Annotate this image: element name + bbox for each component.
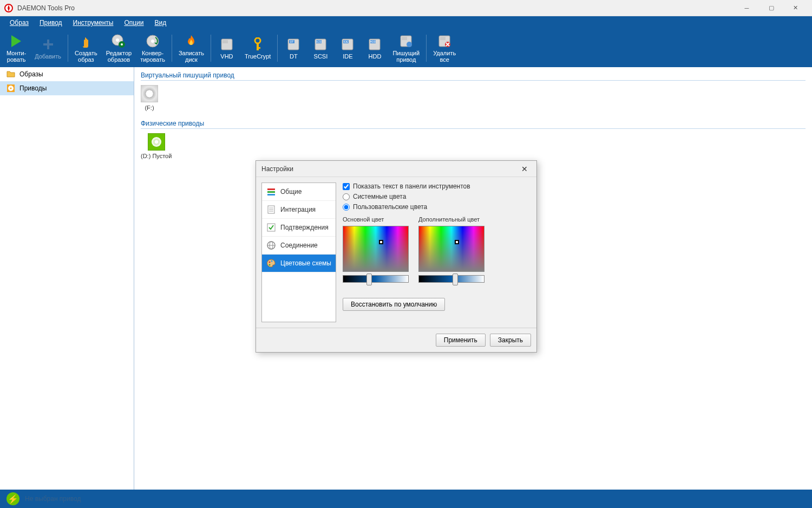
- toolbar-hdd-dt-button[interactable]: DTDT: [280, 30, 307, 66]
- svg-rect-28: [440, 37, 446, 40]
- toolbar-label: Добавить: [35, 53, 61, 60]
- toolbar-disc-loop-button[interactable]: Конвер- тировать: [136, 30, 169, 66]
- toolbar-hdd-scsi-button[interactable]: SCSISCSI: [307, 30, 334, 66]
- menu-image[interactable]: Образ: [4, 17, 34, 29]
- toolbar-hdd-write-button[interactable]: Пишущий привод: [388, 30, 424, 66]
- maximize-button[interactable]: ▢: [759, 0, 783, 16]
- svg-rect-11: [257, 47, 260, 49]
- dialog-nav-sliders[interactable]: Общие: [262, 183, 336, 201]
- physical-drive-d[interactable]: (D:) Пустой: [141, 133, 172, 159]
- secondary-lightness-slider[interactable]: [418, 275, 484, 283]
- drive-label: (F:): [145, 105, 154, 111]
- primary-lightness-slider[interactable]: [343, 275, 409, 283]
- svg-point-32: [10, 88, 12, 89]
- disc-icon: [141, 85, 158, 102]
- toolbar-separator: [426, 35, 427, 62]
- toolbar-label: Создать образ: [75, 50, 97, 63]
- titlebar: DAEMON Tools Pro ─ ▢ ✕: [0, 0, 812, 16]
- disc-loop-icon: [145, 34, 160, 49]
- plus-icon: [41, 37, 56, 52]
- radio-input[interactable]: [343, 204, 350, 211]
- svg-rect-33: [267, 188, 275, 190]
- toolbar-hdd-ide-button[interactable]: IDEIDE: [334, 30, 361, 66]
- slider-thumb[interactable]: [453, 273, 458, 285]
- virtual-drive-f[interactable]: (F:): [141, 85, 158, 111]
- settings-dialog: Настройки ✕ ОбщиеИнтеграцияПодтверждения…: [256, 160, 537, 353]
- bolt-icon: ⚡: [6, 492, 19, 505]
- toolbar-text-checkbox[interactable]: Показать текст в панели инструментов: [343, 183, 531, 190]
- toolbar-hdd-button[interactable]: VHD: [213, 30, 240, 66]
- toolbar-separator: [68, 35, 68, 62]
- svg-point-45: [271, 260, 273, 262]
- primary-color-picker[interactable]: [343, 226, 409, 272]
- toolbar-disc-gear-button[interactable]: Редактор образов: [102, 30, 136, 66]
- dialog-content: Показать текст в панели инструментов Сис…: [343, 183, 531, 322]
- dialog-nav-palette[interactable]: Цветовые схемы: [262, 255, 336, 272]
- picker-marker[interactable]: [455, 240, 459, 244]
- toolbar-label: HDD: [369, 53, 382, 60]
- svg-point-44: [269, 262, 271, 263]
- menu-drive[interactable]: Привод: [34, 17, 68, 29]
- toolbar-key-button[interactable]: TrueCrypt: [240, 30, 276, 66]
- key-icon: [250, 37, 265, 52]
- dialog-nav-check[interactable]: Подтверждения: [262, 219, 336, 237]
- toolbar-label: VHD: [220, 53, 233, 60]
- toolbar-play-button[interactable]: Монти- ровать: [2, 30, 30, 66]
- toolbar: Монти- роватьДобавитьСоздать образРедакт…: [0, 29, 812, 67]
- menu-tools[interactable]: Инструменты: [68, 17, 119, 29]
- sidebar-label: Приводы: [19, 84, 47, 92]
- close-button[interactable]: Закрыть: [490, 334, 531, 347]
- dialog-title: Настройки: [261, 165, 518, 173]
- disc-gear-icon: [111, 34, 126, 49]
- minimize-button[interactable]: ─: [735, 0, 759, 16]
- toolbar-hand-button[interactable]: Создать образ: [70, 30, 102, 66]
- primary-color-label: Основной цвет: [343, 216, 409, 223]
- svg-point-46: [269, 264, 271, 266]
- sidebar: ОбразыПриводы: [0, 67, 134, 490]
- toolbar-separator: [277, 35, 278, 62]
- window-title: DAEMON Tools Pro: [17, 4, 735, 12]
- hdd-del-icon: [437, 34, 452, 49]
- disc-icon: [148, 133, 165, 151]
- palette-icon: [266, 258, 276, 268]
- toolbar-label: Удалить все: [433, 50, 456, 63]
- picker-marker[interactable]: [379, 240, 383, 244]
- toolbar-separator: [172, 35, 172, 62]
- svg-point-26: [407, 42, 412, 47]
- toolbar-label: SCSI: [314, 53, 328, 60]
- close-button[interactable]: ✕: [783, 0, 808, 16]
- apply-button[interactable]: Применить: [436, 334, 486, 347]
- slider-thumb[interactable]: [366, 273, 372, 285]
- svg-point-6: [151, 40, 154, 43]
- checkbox-input[interactable]: [343, 183, 350, 190]
- menu-view[interactable]: Вид: [149, 17, 172, 29]
- toolbar-separator: [211, 35, 211, 62]
- secondary-color-picker[interactable]: [418, 226, 484, 272]
- menu-options[interactable]: Опции: [119, 17, 149, 29]
- section-virtual-header: Виртуальный пишущий привод: [141, 71, 806, 81]
- hdd-icon: [219, 37, 234, 52]
- dialog-nav: ОбщиеИнтеграцияПодтвержденияСоединениеЦв…: [261, 183, 336, 322]
- toolbar-label: Пишущий привод: [392, 50, 420, 63]
- toolbar-hdd-hdd-button[interactable]: HDDHDD: [361, 30, 388, 66]
- system-colors-radio[interactable]: Системные цвета: [343, 193, 531, 200]
- folder-icon: [6, 70, 15, 79]
- radio-input[interactable]: [343, 193, 350, 200]
- dialog-nav-doc[interactable]: Интеграция: [262, 201, 336, 219]
- dialog-nav-label: Общие: [280, 188, 302, 196]
- dialog-nav-label: Цветовые схемы: [280, 259, 331, 267]
- dialog-nav-label: Подтверждения: [280, 224, 329, 231]
- svg-text:SCSI: SCSI: [316, 40, 323, 43]
- custom-colors-radio[interactable]: Пользовательские цвета: [343, 203, 531, 211]
- toolbar-flame-button[interactable]: Записать диск: [174, 30, 208, 66]
- flame-icon: [184, 34, 199, 49]
- dialog-close-button[interactable]: ✕: [518, 165, 531, 173]
- sidebar-item-disc[interactable]: Приводы: [0, 81, 134, 95]
- restore-defaults-button[interactable]: Восстановить по умолчанию: [343, 298, 445, 311]
- svg-text:IDE: IDE: [344, 40, 349, 43]
- sidebar-item-folder[interactable]: Образы: [0, 67, 134, 81]
- drive-label: (D:) Пустой: [141, 153, 172, 159]
- hdd-ide-icon: IDE: [340, 37, 355, 52]
- dialog-nav-globe[interactable]: Соединение: [262, 237, 336, 255]
- toolbar-hdd-del-button[interactable]: Удалить все: [429, 30, 460, 66]
